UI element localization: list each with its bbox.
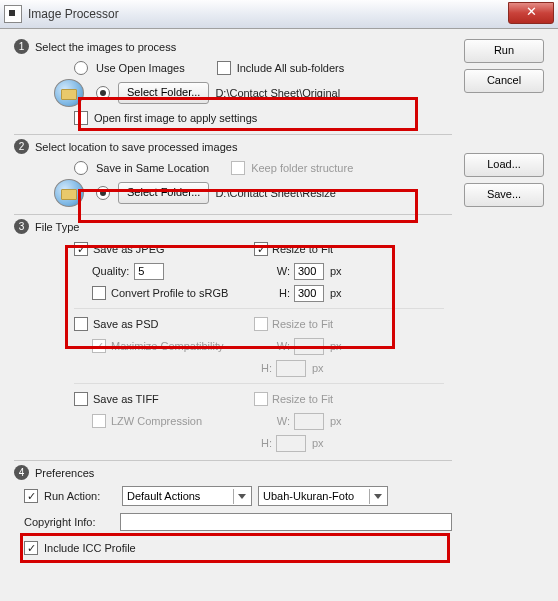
label-px: px <box>312 437 324 449</box>
save-button[interactable]: Save... <box>464 183 544 207</box>
chk-jpeg-resize[interactable] <box>254 242 268 256</box>
input-quality[interactable] <box>134 263 164 280</box>
chk-tiff-resize <box>254 392 268 406</box>
select-action-name-value: Ubah-Ukuran-Foto <box>263 490 354 502</box>
label-px: px <box>330 415 342 427</box>
input-psd-h <box>276 360 306 377</box>
label-copyright: Copyright Info: <box>24 516 114 528</box>
right-button-column: Run Cancel Load... Save... <box>464 39 544 207</box>
chk-open-first-image[interactable] <box>74 111 88 125</box>
label-tiff-w: W: <box>272 415 290 427</box>
dest-folder-path: D:\Contact Sheet\Resize <box>215 187 335 199</box>
cancel-button[interactable]: Cancel <box>464 69 544 93</box>
label-px: px <box>330 265 342 277</box>
chk-lzw <box>92 414 106 428</box>
label-convert-srgb: Convert Profile to sRGB <box>111 287 228 299</box>
section-file-type: 3 File Type Save as JPEG Resize to Fit Q… <box>14 219 452 454</box>
close-button[interactable]: ✕ <box>508 2 554 24</box>
label-psd-h: H: <box>254 362 272 374</box>
load-button[interactable]: Load... <box>464 153 544 177</box>
label-lzw: LZW Compression <box>111 415 202 427</box>
label-include-icc: Include ICC Profile <box>44 542 136 554</box>
source-folder-path: D:\Contact Sheet\Original <box>215 87 340 99</box>
label-save-jpeg: Save as JPEG <box>93 243 165 255</box>
label-include-subfolders: Include All sub-folders <box>237 62 345 74</box>
label-psd-resize: Resize to Fit <box>272 318 333 330</box>
input-copyright[interactable] <box>120 513 452 531</box>
chk-psd-resize <box>254 317 268 331</box>
chevron-down-icon <box>369 489 385 504</box>
dialog-content: Run Cancel Load... Save... 1 Select the … <box>0 29 558 601</box>
label-save-psd: Save as PSD <box>93 318 158 330</box>
radio-save-same-location[interactable] <box>74 161 88 175</box>
section4-heading: Preferences <box>35 467 94 479</box>
radio-select-source-folder[interactable] <box>96 86 110 100</box>
chk-max-compat <box>92 339 106 353</box>
label-tiff-resize: Resize to Fit <box>272 393 333 405</box>
label-quality: Quality: <box>92 265 129 277</box>
divider-2 <box>14 214 452 215</box>
chk-convert-srgb[interactable] <box>92 286 106 300</box>
label-save-same-location: Save in Same Location <box>96 162 209 174</box>
section1-heading: Select the images to process <box>35 41 176 53</box>
label-px: px <box>312 362 324 374</box>
chk-run-action[interactable] <box>24 489 38 503</box>
select-source-folder-button[interactable]: Select Folder... <box>118 82 209 104</box>
label-psd-w: W: <box>272 340 290 352</box>
chk-include-subfolders[interactable] <box>217 61 231 75</box>
step-badge-4: 4 <box>14 465 29 480</box>
label-keep-folder-structure: Keep folder structure <box>251 162 353 174</box>
label-open-first-image: Open first image to apply settings <box>94 112 257 124</box>
label-jpeg-h: H: <box>272 287 290 299</box>
section3-heading: File Type <box>35 221 79 233</box>
select-action-name[interactable]: Ubah-Ukuran-Foto <box>258 486 388 506</box>
input-jpeg-w[interactable] <box>294 263 324 280</box>
chk-save-psd[interactable] <box>74 317 88 331</box>
run-button[interactable]: Run <box>464 39 544 63</box>
chk-keep-folder-structure <box>231 161 245 175</box>
section2-heading: Select location to save processed images <box>35 141 237 153</box>
label-jpeg-w: W: <box>272 265 290 277</box>
input-tiff-h <box>276 435 306 452</box>
step-badge-1: 1 <box>14 39 29 54</box>
label-px: px <box>330 340 342 352</box>
window-title: Image Processor <box>28 7 119 21</box>
input-tiff-w <box>294 413 324 430</box>
folder-icon <box>54 79 84 107</box>
divider-3 <box>14 460 452 461</box>
divider-1 <box>14 134 452 135</box>
step-badge-3: 3 <box>14 219 29 234</box>
close-icon: ✕ <box>526 4 537 19</box>
chevron-down-icon <box>233 489 249 504</box>
label-save-tiff: Save as TIFF <box>93 393 159 405</box>
select-action-set-value: Default Actions <box>127 490 200 502</box>
section-images-to-process: 1 Select the images to process Use Open … <box>14 39 452 128</box>
input-jpeg-h[interactable] <box>294 285 324 302</box>
input-psd-w <box>294 338 324 355</box>
label-jpeg-resize: Resize to Fit <box>272 243 333 255</box>
select-action-set[interactable]: Default Actions <box>122 486 252 506</box>
label-px: px <box>330 287 342 299</box>
chk-save-jpeg[interactable] <box>74 242 88 256</box>
select-dest-folder-button[interactable]: Select Folder... <box>118 182 209 204</box>
label-run-action: Run Action: <box>44 490 116 502</box>
chk-include-icc[interactable] <box>24 541 38 555</box>
chk-save-tiff[interactable] <box>74 392 88 406</box>
radio-select-dest-folder[interactable] <box>96 186 110 200</box>
folder-icon <box>54 179 84 207</box>
app-icon <box>4 5 22 23</box>
title-bar: Image Processor ✕ <box>0 0 558 29</box>
label-max-compat: Maximize Compatibility <box>111 340 223 352</box>
label-use-open-images: Use Open Images <box>96 62 185 74</box>
radio-use-open-images[interactable] <box>74 61 88 75</box>
step-badge-2: 2 <box>14 139 29 154</box>
section-preferences: 4 Preferences Run Action: Default Action… <box>14 465 452 560</box>
section-save-location: 2 Select location to save processed imag… <box>14 139 452 208</box>
label-tiff-h: H: <box>254 437 272 449</box>
